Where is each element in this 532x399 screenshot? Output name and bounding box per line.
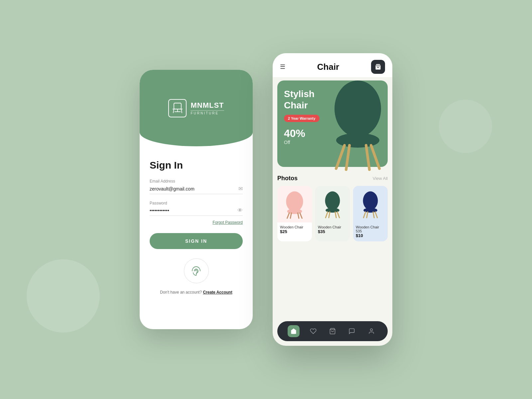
svg-line-16 [300,213,302,218]
bottom-nav [277,321,388,341]
password-input-wrapper: 👁 [150,207,243,216]
svg-line-11 [346,145,349,170]
logo-area: MNMLST FURNITURE [168,99,224,117]
fingerprint-area [150,258,243,283]
chair-topbar: ☰ Chair [273,53,392,77]
photos-section: Photos View All [273,170,392,241]
product-name-1: Wooden Chair [280,225,309,229]
product-info-3: Wooden Chair 535 $10 [353,222,388,241]
svg-line-27 [363,212,365,218]
product-card-1[interactable]: Wooden Chair $25 [277,186,312,241]
product-image-3 [353,186,388,222]
cart-icon [375,64,381,70]
product-price-2: $35 [318,229,347,234]
svg-line-12 [366,145,369,170]
svg-point-7 [334,80,381,137]
svg-point-13 [286,192,303,212]
svg-line-30 [373,212,374,218]
chair-hero: Stylish Chair 2 Year Warranty 40% Off [277,80,388,167]
product-name-3: Wooden Chair 535 [356,225,385,233]
product-name-2: Wooden Chair [318,225,347,229]
product-image-2 [315,186,350,222]
cart-button[interactable] [371,60,385,74]
nav-favorites[interactable] [307,325,319,337]
logo-subtitle: FURNITURE [191,110,224,115]
product-image-1 [277,186,312,222]
svg-line-24 [335,212,336,218]
email-input[interactable] [150,186,238,192]
forgot-password-text[interactable]: Forgot Password [212,220,243,225]
create-account-text: Don't have an account? Create Account [150,290,243,295]
logo-text: MNMLST FURNITURE [191,101,224,115]
signin-header: MNMLST FURNITURE [140,70,253,146]
svg-line-22 [337,212,339,218]
svg-line-28 [375,212,377,218]
svg-point-32 [370,329,372,331]
svg-line-9 [336,145,344,169]
create-account-link[interactable]: Create Account [203,290,232,295]
svg-line-21 [326,212,328,218]
email-label: Email Address [150,179,243,184]
signin-body: Sign In Email Address ✉ Password 👁 Forgo… [140,146,253,329]
nav-home[interactable] [288,325,300,337]
chair-page-title: Chair [317,62,339,72]
forgot-password-link[interactable]: Forgot Password [150,219,243,225]
nav-bag[interactable] [327,325,338,337]
product-info-2: Wooden Chair $35 [315,222,350,237]
svg-line-23 [329,212,330,218]
svg-point-8 [336,133,379,148]
phones-container: MNMLST FURNITURE Sign In Email Address ✉… [140,53,392,346]
signin-button[interactable]: SIGN IN [150,233,243,249]
logo-icon [168,99,187,117]
nav-profile[interactable] [365,325,377,337]
phone-signin: MNMLST FURNITURE Sign In Email Address ✉… [140,70,253,329]
product-info-1: Wooden Chair $25 [277,222,312,237]
eye-icon[interactable]: 👁 [237,207,243,213]
signin-title: Sign In [150,160,243,171]
bg-blob-left [27,259,100,332]
phone-chair: ☰ Chair Stylish Chair 2 Year Warranty 40… [273,53,392,346]
product-price-3: $10 [356,233,385,238]
svg-point-25 [363,192,378,210]
svg-rect-0 [174,103,181,109]
product-card-3[interactable]: Wooden Chair 535 $10 [353,186,388,241]
view-all-button[interactable]: View All [373,176,388,181]
email-icon: ✉ [238,186,243,192]
photos-title: Photos [277,175,298,182]
logo-name: MNMLST [191,101,224,110]
email-input-wrapper: ✉ [150,186,243,194]
menu-icon[interactable]: ☰ [280,63,285,70]
svg-point-19 [325,192,340,210]
hero-chair-image [321,77,392,174]
photos-header: Photos View All [277,175,388,182]
svg-line-4 [173,109,174,113]
svg-line-18 [298,213,299,218]
product-card-2[interactable]: Wooden Chair $35 [315,186,350,241]
password-label: Password [150,201,243,205]
svg-line-17 [290,213,291,218]
nav-messages[interactable] [346,325,358,337]
warranty-badge: 2 Year Warranty [284,115,320,122]
svg-line-15 [287,213,289,218]
svg-line-10 [371,145,379,169]
product-price-1: $25 [280,229,309,234]
svg-line-5 [181,109,182,113]
photos-grid: Wooden Chair $25 [277,186,388,241]
bg-blob-right [439,100,492,153]
svg-line-29 [367,212,368,218]
fingerprint-button[interactable] [184,258,209,283]
password-input[interactable] [150,208,237,213]
